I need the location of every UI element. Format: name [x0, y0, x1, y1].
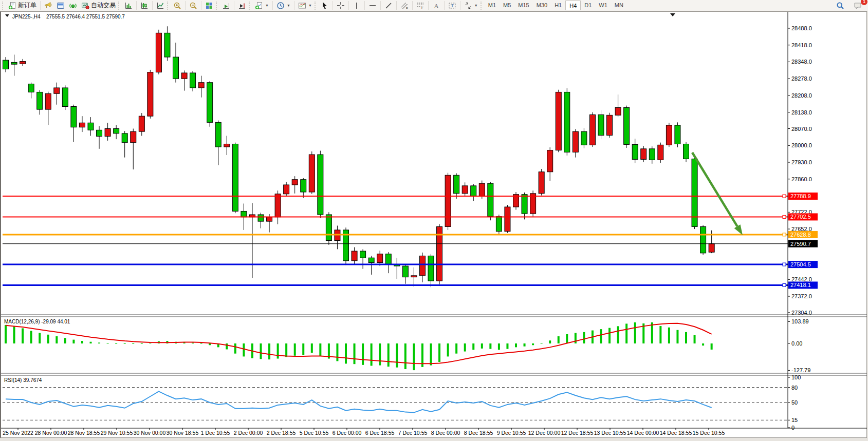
- timeframe-m30[interactable]: M30: [533, 1, 551, 10]
- trend-arrow-line[interactable]: [692, 152, 737, 226]
- macd-histogram-bar: [192, 342, 194, 343]
- arrows-tool-button[interactable]: ▼: [462, 1, 480, 11]
- svg-text:15: 15: [791, 417, 798, 423]
- svg-text:27418.1: 27418.1: [790, 282, 811, 288]
- macd-histogram-bar: [209, 343, 211, 345]
- horizontal-line-tool-button[interactable]: [366, 1, 379, 11]
- line-endpoint-marker[interactable]: [783, 233, 786, 236]
- timeframe-m15[interactable]: M15: [514, 1, 532, 10]
- autotrading-button[interactable]: 自动交易: [79, 1, 118, 11]
- separator: [152, 1, 153, 10]
- crosshair-tool-button[interactable]: [335, 1, 347, 11]
- macd-histogram-bar: [549, 340, 551, 343]
- svg-text:8 Dec 18:55: 8 Dec 18:55: [464, 430, 493, 436]
- candle: [28, 83, 34, 99]
- text-tool-button[interactable]: A: [430, 1, 442, 11]
- candle: [156, 30, 161, 74]
- chart-canvas[interactable]: JPN225-,H4 27555.5 27646.4 27551.5 27590…: [1, 12, 867, 437]
- tile-windows-button[interactable]: [203, 1, 215, 11]
- trend-arrow-head[interactable]: [734, 224, 743, 235]
- fibonacci-tool-button[interactable]: F: [414, 1, 427, 11]
- line-endpoint-marker[interactable]: [783, 263, 786, 266]
- alerts-button[interactable]: [42, 1, 54, 11]
- toolbar-grip: [249, 2, 251, 10]
- candle: [368, 256, 374, 274]
- macd-histogram-bar: [694, 335, 696, 343]
- chart-collapse-arrow-icon[interactable]: [5, 14, 9, 17]
- dropdown-caret-icon: ▼: [474, 4, 478, 7]
- macd-histogram-bar: [524, 343, 526, 347]
- macd-histogram-bar: [515, 343, 517, 347]
- candle: [462, 182, 468, 196]
- toolbar-right-tools: 1: [834, 1, 864, 11]
- new-order-button[interactable]: 新订单: [6, 1, 39, 11]
- candle: [624, 106, 630, 148]
- time-axis[interactable]: 25 Nov 202228 Nov 00:0028 Nov 18:5529 No…: [3, 428, 725, 436]
- toolbar-grip: [2, 2, 5, 10]
- chart-shift-button[interactable]: [236, 1, 248, 11]
- macd-histogram-bar: [481, 343, 483, 349]
- svg-text:T: T: [451, 3, 454, 8]
- cursor-tool-button[interactable]: [319, 1, 331, 11]
- macd-histogram-bar: [226, 343, 228, 349]
- candle: [198, 76, 204, 98]
- separator: [412, 1, 413, 10]
- candlestick-mode-button[interactable]: [138, 1, 151, 11]
- candle: [292, 176, 298, 194]
- macd-histogram-bar: [413, 343, 415, 370]
- new-chart-button[interactable]: ▼: [253, 1, 271, 11]
- timeframe-d1[interactable]: D1: [581, 1, 595, 10]
- candle: [62, 85, 68, 110]
- toolbar-grip: [315, 2, 317, 10]
- svg-text:25 Nov 2022: 25 Nov 2022: [3, 430, 33, 436]
- svg-text:27788.9: 27788.9: [790, 193, 811, 199]
- zoom-in-button[interactable]: [171, 1, 183, 11]
- timeframe-h4[interactable]: H4: [565, 1, 581, 10]
- vertical-line-tool-button[interactable]: [350, 1, 363, 11]
- svg-text:2 Dec 18:55: 2 Dec 18:55: [267, 430, 296, 436]
- svg-text:28208.0: 28208.0: [791, 92, 812, 99]
- candle: [79, 116, 85, 132]
- macd-histogram-bar: [608, 328, 611, 343]
- terminal-button[interactable]: [54, 1, 67, 11]
- candle: [284, 182, 289, 196]
- macd-histogram-bar: [455, 343, 457, 354]
- candle: [675, 122, 680, 147]
- candle: [385, 252, 391, 273]
- chat-button[interactable]: 1: [852, 1, 864, 11]
- zoom-out-button[interactable]: [187, 1, 199, 11]
- candle: [131, 129, 136, 170]
- timeframe-w1[interactable]: W1: [595, 1, 611, 10]
- candle: [54, 83, 60, 105]
- macd-histogram-bar: [541, 343, 543, 343]
- auto-scroll-button[interactable]: [220, 1, 232, 11]
- text-label-tool-button[interactable]: T: [446, 1, 458, 11]
- chart-shift-marker-icon[interactable]: [670, 13, 675, 16]
- svg-text:50: 50: [791, 399, 798, 406]
- candle: [232, 143, 238, 214]
- signals-button[interactable]: [67, 1, 79, 11]
- macd-histogram-bar: [124, 343, 126, 344]
- candle: [352, 247, 357, 265]
- bar-chart-mode-button[interactable]: [122, 1, 135, 11]
- channel-tool-button[interactable]: E: [398, 1, 411, 11]
- chart-shift-icon: [238, 2, 246, 10]
- periods-button[interactable]: ▼: [274, 1, 292, 11]
- line-chart-mode-button[interactable]: [154, 1, 167, 11]
- trendline-icon: [384, 2, 393, 10]
- trendline-tool-button[interactable]: [382, 1, 395, 11]
- timeframe-h1[interactable]: H1: [551, 1, 565, 10]
- timeframe-m1[interactable]: M1: [485, 1, 500, 10]
- line-endpoint-marker[interactable]: [783, 215, 786, 218]
- chart-window[interactable]: JPN225-,H4 27555.5 27646.4 27551.5 27590…: [0, 11, 867, 438]
- candle: [122, 131, 127, 157]
- line-endpoint-marker[interactable]: [783, 195, 786, 198]
- line-endpoint-marker[interactable]: [783, 283, 786, 286]
- candle: [190, 71, 196, 91]
- macd-histogram-bar: [354, 343, 356, 364]
- search-button[interactable]: [834, 1, 846, 11]
- macd-histogram-bar: [617, 326, 619, 343]
- templates-button[interactable]: ▼: [296, 1, 314, 11]
- timeframe-mn[interactable]: MN: [611, 1, 627, 10]
- timeframe-m5[interactable]: M5: [500, 1, 514, 10]
